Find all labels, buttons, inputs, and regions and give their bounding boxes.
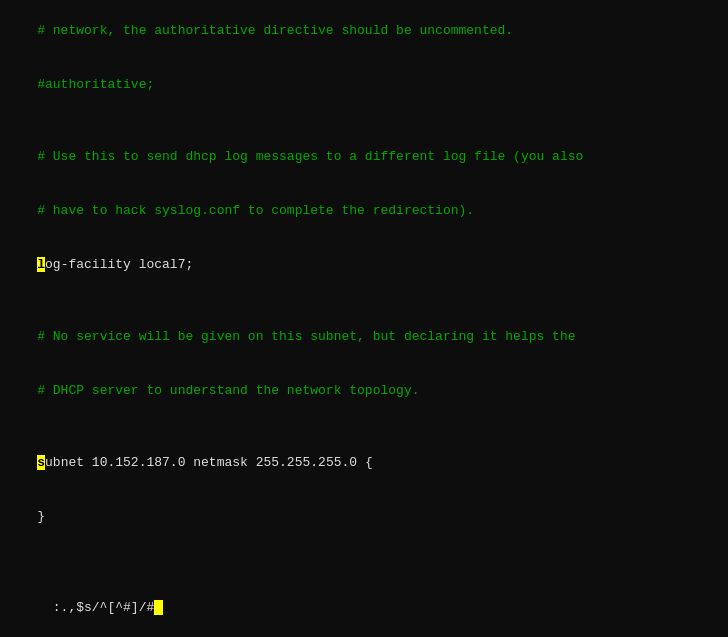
line-5: # have to hack syslog.conf to complete t… [6, 184, 722, 238]
line-3 [6, 112, 722, 130]
terminal: # network, the authoritative directive s… [0, 0, 728, 637]
line-12-text: } [37, 509, 45, 524]
line-8: # No service will be given on this subne… [6, 310, 722, 364]
line-4-text: # Use this to send dhcp log messages to … [37, 149, 583, 164]
line-9: # DHCP server to understand the network … [6, 364, 722, 418]
line-1-text: # network, the authoritative directive s… [37, 23, 513, 38]
line-6: log-facility local7; [6, 238, 722, 292]
line-12: } [6, 490, 722, 544]
line-4: # Use this to send dhcp log messages to … [6, 130, 722, 184]
line-2-text: #authoritative; [37, 77, 154, 92]
line-7 [6, 292, 722, 310]
status-cursor [154, 600, 163, 615]
line-6-text: og-facility local7; [45, 257, 193, 272]
status-text: :.,$s/^[^#]/# [53, 600, 154, 615]
line-6-cursor: l [37, 257, 45, 272]
line-10 [6, 418, 722, 436]
line-13 [6, 544, 722, 562]
line-11-cursor: s [37, 455, 45, 470]
line-5-text: # have to hack syslog.conf to complete t… [37, 203, 474, 218]
line-2: #authoritative; [6, 58, 722, 112]
status-bar: :.,$s/^[^#]/# [0, 579, 728, 637]
line-8-text: # No service will be given on this subne… [37, 329, 575, 344]
line-1: # network, the authoritative directive s… [6, 4, 722, 58]
line-11: subnet 10.152.187.0 netmask 255.255.255.… [6, 436, 722, 490]
status-line: :.,$s/^[^#]/# [6, 581, 722, 635]
line-11-text: ubnet 10.152.187.0 netmask 255.255.255.0… [45, 455, 373, 470]
line-9-text: # DHCP server to understand the network … [37, 383, 419, 398]
